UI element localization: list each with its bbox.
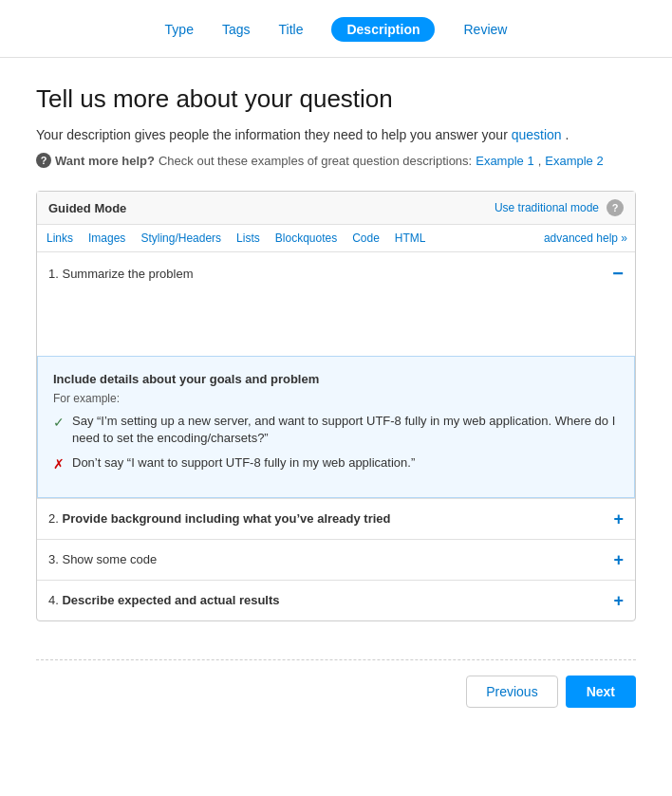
toolbar-styling[interactable]: Styling/Headers: [139, 229, 223, 248]
page-description: Your description gives people the inform…: [36, 125, 636, 145]
accordion-header-2[interactable]: 2. Provide background including what you…: [37, 499, 635, 539]
toolbar-advanced-help[interactable]: advanced help »: [544, 231, 627, 245]
desc-text-part2: .: [566, 127, 569, 142]
accordion-section3: 3. Show some code +: [37, 540, 635, 581]
toolbar-lists[interactable]: Lists: [234, 229, 262, 248]
accordion-section1: 1. Summarize the problem − Include detai…: [37, 252, 635, 499]
accordion-title-3: 3. Show some code: [48, 552, 157, 566]
editor-help-button[interactable]: ?: [607, 199, 624, 216]
accordion-header-3[interactable]: 3. Show some code +: [37, 540, 635, 580]
nav-step-review[interactable]: Review: [463, 22, 507, 37]
section4-bold2: actual results: [200, 593, 280, 607]
example2-link[interactable]: Example 2: [545, 154, 603, 168]
editor-header: Guided Mode Use traditional mode ?: [37, 192, 635, 225]
x-icon: ✗: [53, 455, 65, 474]
help-line: ? Want more help? Check out these exampl…: [36, 153, 636, 168]
accordion-section4: 4. Describe expected and actual results …: [37, 581, 635, 620]
content-title-1: Include details about your goals and pro…: [53, 372, 619, 386]
accordion-section2: 2. Provide background including what you…: [37, 499, 635, 540]
help-line-text: Check out these examples of great questi…: [159, 154, 472, 168]
guided-mode-label: Guided Mode: [48, 201, 126, 215]
toolbar-blockquotes[interactable]: Blockquotes: [273, 229, 339, 248]
section2-bold: what you’ve already tried: [243, 511, 390, 526]
help-circle-icon: ?: [36, 153, 51, 168]
desc-text-part1: Your description gives people the inform…: [36, 127, 508, 142]
good-example-text: Say “I’m setting up a new server, and wa…: [72, 413, 619, 447]
nav-step-type[interactable]: Type: [165, 22, 194, 37]
accordion-title-1: 1. Summarize the problem: [48, 267, 193, 281]
nav-step-tags[interactable]: Tags: [222, 22, 251, 37]
nav-step-title[interactable]: Title: [279, 22, 304, 37]
bad-example: ✗ Don’t say “I want to support UTF-8 ful…: [53, 454, 619, 474]
next-button[interactable]: Next: [566, 676, 636, 708]
toolbar-images[interactable]: Images: [86, 229, 127, 248]
editor-toolbar: Links Images Styling/Headers Lists Block…: [37, 225, 635, 252]
accordion-expand-icon-2: +: [613, 510, 624, 528]
use-traditional-link[interactable]: Use traditional mode: [495, 201, 599, 214]
bottom-navigation: Previous Next: [0, 660, 672, 731]
example1-link[interactable]: Example 1: [476, 154, 533, 168]
toolbar-code[interactable]: Code: [350, 229, 382, 248]
want-more-help-label: Want more help?: [55, 154, 155, 168]
accordion-title-4: 4. Describe expected and actual results: [48, 593, 280, 607]
section1-textarea[interactable]: [37, 294, 635, 352]
accordion-content-1: Include details about your goals and pro…: [37, 356, 635, 498]
nav-step-description[interactable]: Description: [331, 17, 435, 42]
bad-example-text: Don’t say “I want to support UTF-8 fully…: [72, 454, 415, 472]
accordion-expand-icon-3: +: [613, 551, 624, 568]
toolbar-html[interactable]: HTML: [393, 229, 428, 248]
desc-link[interactable]: question: [512, 127, 562, 142]
step-navigation: Type Tags Title Description Review: [0, 0, 672, 58]
accordion-header-1[interactable]: 1. Summarize the problem −: [37, 252, 635, 294]
checkmark-icon: ✓: [53, 414, 65, 433]
main-content: Tell us more about your question Your de…: [0, 58, 672, 640]
previous-button[interactable]: Previous: [466, 676, 557, 708]
accordion-expand-icon-4: +: [613, 592, 624, 609]
editor-box: Guided Mode Use traditional mode ? Links…: [36, 191, 636, 621]
toolbar-links[interactable]: Links: [45, 229, 75, 248]
editor-header-right: Use traditional mode ?: [495, 199, 624, 216]
section4-bold1: expected: [118, 593, 171, 607]
accordion-collapse-icon: −: [612, 264, 624, 283]
for-example-label: For example:: [53, 392, 619, 405]
good-example: ✓ Say “I’m setting up a new server, and …: [53, 413, 619, 447]
accordion-header-4[interactable]: 4. Describe expected and actual results …: [37, 581, 635, 620]
accordion-title-2: 2. Provide background including what you…: [48, 511, 390, 526]
page-title: Tell us more about your question: [36, 84, 636, 114]
